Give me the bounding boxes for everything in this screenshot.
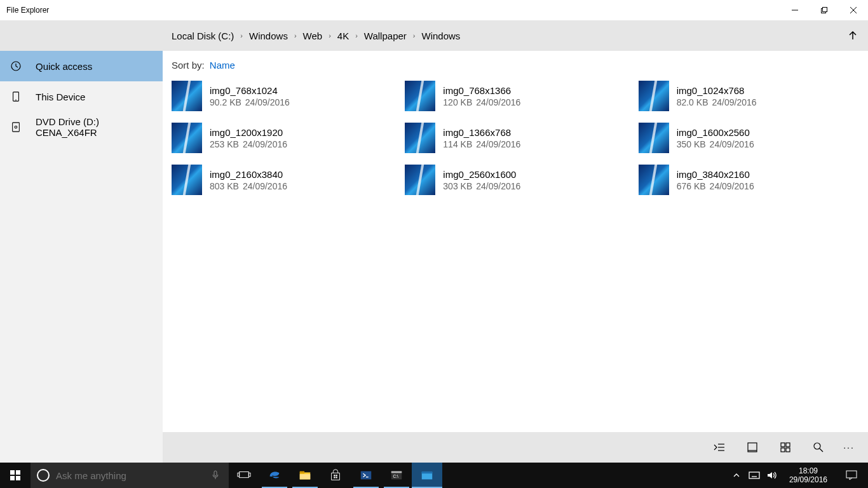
svg-rect-30 (248, 473, 250, 477)
file-grid: img0_768x102490.2 KB24/09/2016img0_768x1… (172, 81, 859, 195)
sidebar: Quick access This Device DVD Drive (D:) … (0, 51, 163, 463)
file-meta: img0_1200x1920253 KB24/09/2016 (210, 127, 287, 149)
file-item[interactable]: img0_1024x76882.0 KB24/09/2016 (639, 81, 859, 111)
sidebar-item-label: DVD Drive (D:) CENA_X64FR (36, 116, 163, 138)
close-button[interactable] (839, 0, 868, 20)
file-thumbnail (172, 165, 202, 195)
chevron-right-icon: › (240, 32, 243, 39)
file-name: img0_768x1366 (443, 85, 520, 96)
sidebar-item-quick-access[interactable]: Quick access (0, 51, 163, 81)
file-meta: img0_768x102490.2 KB24/09/2016 (210, 85, 290, 107)
time-text: 18:09 (789, 466, 827, 475)
maximize-button[interactable] (810, 0, 839, 20)
taskbar: C:\ 18:09 29/09/2016 (0, 463, 868, 488)
file-meta: img0_2160x3840803 KB24/09/2016 (210, 169, 287, 191)
file-name: img0_1024x768 (677, 85, 757, 96)
more-options-button[interactable]: ··· (836, 442, 862, 452)
svg-rect-34 (334, 475, 335, 476)
file-size: 676 KB (677, 181, 706, 191)
taskbar-cmd[interactable]: C:\ (381, 463, 412, 488)
taskbar-store[interactable] (320, 463, 351, 488)
svg-rect-37 (336, 477, 337, 478)
clock[interactable]: 18:09 29/09/2016 (784, 466, 832, 485)
file-thumbnail (639, 165, 669, 195)
tray-chevron-up-icon[interactable] (731, 470, 742, 481)
breadcrumb-segment[interactable]: Local Disk (C:) (172, 30, 234, 41)
titlebar: File Explorer (0, 0, 868, 20)
file-size: 82.0 KB (677, 97, 709, 107)
file-date: 24/09/2016 (712, 97, 756, 107)
file-date: 24/09/2016 (476, 181, 520, 191)
file-size: 120 KB (443, 97, 472, 107)
file-pane[interactable]: Sort by: Name img0_768x102490.2 KB24/09/… (163, 51, 868, 463)
window-title: File Explorer (6, 6, 49, 15)
file-date: 24/09/2016 (710, 139, 754, 149)
start-button[interactable] (0, 463, 31, 488)
svg-rect-41 (391, 471, 402, 473)
taskbar-edge[interactable] (259, 463, 290, 488)
file-item[interactable]: img0_2160x3840803 KB24/09/2016 (172, 165, 392, 195)
file-item[interactable]: img0_2560x1600303 KB24/09/2016 (405, 165, 625, 195)
file-meta: img0_1024x76882.0 KB24/09/2016 (677, 85, 757, 107)
file-size: 803 KB (210, 181, 239, 191)
file-item[interactable]: img0_1366x768114 KB24/09/2016 (405, 123, 625, 153)
disc-icon (10, 121, 22, 133)
file-name: img0_1366x768 (443, 127, 520, 138)
taskbar-file-explorer[interactable] (290, 463, 320, 488)
clock-icon (10, 60, 22, 72)
file-size: 303 KB (443, 181, 472, 191)
task-view-button[interactable] (229, 463, 259, 488)
breadcrumb[interactable]: Local Disk (C:)›Windows›Web›4K›Wallpaper… (172, 30, 460, 41)
command-bar: ··· (163, 432, 868, 463)
file-item[interactable]: img0_768x1366120 KB24/09/2016 (405, 81, 625, 111)
taskbar-powershell[interactable] (351, 463, 381, 488)
window-controls (780, 0, 868, 20)
select-all-button[interactable] (704, 435, 735, 460)
cortana-icon (37, 469, 50, 482)
file-item[interactable]: img0_1600x2560350 KB24/09/2016 (639, 123, 859, 153)
file-item[interactable]: img0_3840x2160676 KB24/09/2016 (639, 165, 859, 195)
file-name: img0_2160x3840 (210, 169, 287, 180)
sort-value[interactable]: Name (210, 60, 235, 71)
breadcrumb-segment[interactable]: Windows (249, 30, 288, 41)
breadcrumb-segment[interactable]: Wallpaper (364, 30, 407, 41)
file-meta: img0_2560x1600303 KB24/09/2016 (443, 169, 520, 191)
file-name: img0_1600x2560 (677, 127, 754, 138)
breadcrumb-segment[interactable]: Web (303, 30, 323, 41)
file-size: 90.2 KB (210, 97, 241, 107)
search-button[interactable] (803, 435, 834, 460)
file-name: img0_2560x1600 (443, 169, 520, 180)
sidebar-item-label: Quick access (36, 61, 92, 72)
file-item[interactable]: img0_1200x1920253 KB24/09/2016 (172, 123, 392, 153)
sort-by-row[interactable]: Sort by: Name (172, 60, 859, 71)
svg-rect-16 (781, 443, 785, 447)
file-date: 24/09/2016 (710, 181, 754, 191)
taskbar-file-explorer-active[interactable] (412, 463, 442, 488)
svg-rect-22 (10, 470, 15, 475)
svg-rect-9 (13, 123, 20, 132)
volume-icon[interactable] (766, 470, 778, 481)
file-date: 24/09/2016 (245, 97, 290, 107)
search-input[interactable] (56, 470, 196, 481)
breadcrumb-segment[interactable]: 4K (337, 30, 349, 41)
view-details-button[interactable] (737, 435, 768, 460)
svg-rect-25 (16, 476, 20, 480)
file-size: 253 KB (210, 139, 239, 149)
microphone-icon[interactable] (211, 470, 221, 480)
sidebar-item-dvd-drive[interactable]: DVD Drive (D:) CENA_X64FR (0, 112, 163, 142)
cortana-search[interactable] (31, 463, 229, 488)
action-center-button[interactable] (839, 470, 864, 480)
keyboard-icon[interactable] (749, 470, 760, 481)
sidebar-item-this-device[interactable]: This Device (0, 81, 163, 112)
file-date: 24/09/2016 (243, 181, 287, 191)
up-one-level-button[interactable] (846, 29, 859, 42)
svg-rect-50 (846, 471, 857, 478)
file-item[interactable]: img0_768x102490.2 KB24/09/2016 (172, 81, 392, 111)
date-text: 29/09/2016 (789, 475, 827, 484)
breadcrumb-segment[interactable]: Windows (422, 30, 461, 41)
svg-rect-33 (300, 474, 311, 479)
view-tiles-button[interactable] (770, 435, 801, 460)
svg-rect-35 (336, 475, 337, 476)
minimize-button[interactable] (780, 0, 810, 20)
chevron-right-icon: › (294, 32, 297, 39)
